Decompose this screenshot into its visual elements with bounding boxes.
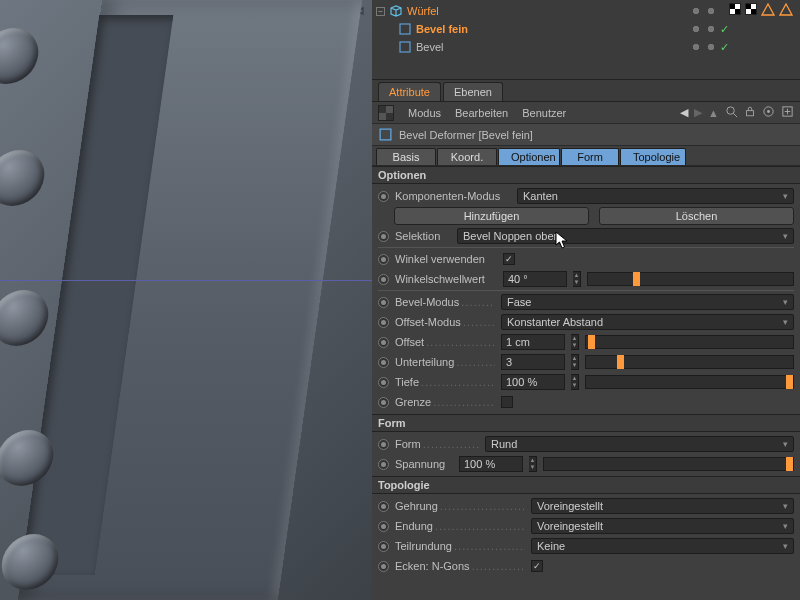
param-radio[interactable]: [378, 459, 389, 470]
select-form[interactable]: Rund: [485, 436, 794, 452]
deformer-icon: [398, 40, 412, 54]
param-radio[interactable]: [378, 521, 389, 532]
target-icon[interactable]: [762, 105, 775, 120]
visibility-dot-icon[interactable]: [690, 41, 702, 53]
nav-up-icon[interactable]: ▲: [708, 107, 719, 119]
label-grenze: Grenze: [395, 396, 495, 408]
button-hinzufuegen[interactable]: Hinzufügen: [394, 207, 589, 225]
enabled-check-icon[interactable]: ✓: [720, 41, 729, 54]
spinner[interactable]: ▲▼: [571, 354, 579, 370]
spinner[interactable]: ▲▼: [529, 456, 537, 472]
spinner[interactable]: ▲▼: [573, 271, 581, 287]
search-icon[interactable]: [725, 105, 738, 120]
spinner[interactable]: ▲▼: [571, 374, 579, 390]
nav-back-icon[interactable]: ◀: [680, 106, 688, 119]
input-tiefe[interactable]: 100 %: [501, 374, 565, 390]
param-radio[interactable]: [378, 561, 389, 572]
input-spannung[interactable]: 100 %: [459, 456, 523, 472]
subtab-topologie[interactable]: Topologie: [620, 148, 686, 165]
param-radio[interactable]: [378, 191, 389, 202]
menu-benutzer[interactable]: Benutzer: [522, 107, 566, 119]
param-radio[interactable]: [378, 231, 389, 242]
subtab-koord[interactable]: Koord.: [437, 148, 497, 165]
slider-tiefe[interactable]: [585, 375, 794, 389]
spinner[interactable]: ▲▼: [571, 334, 579, 350]
new-instance-icon[interactable]: [781, 105, 794, 120]
slider-spannung[interactable]: [543, 457, 794, 471]
label-winkel-verwenden: Winkel verwenden: [395, 253, 497, 265]
field-selektion[interactable]: Bevel Noppen oben: [457, 228, 794, 244]
attribute-subtabs: Basis Koord. Optionen Form Topologie: [372, 146, 800, 166]
label-unterteilung: Unterteilung: [395, 356, 495, 368]
svg-point-5: [727, 107, 734, 114]
checkbox-winkel-verwenden[interactable]: [503, 253, 515, 265]
param-radio[interactable]: [378, 377, 389, 388]
visibility-dot-icon[interactable]: [690, 23, 702, 35]
param-radio[interactable]: [378, 337, 389, 348]
tag-swatch-icon[interactable]: [378, 105, 394, 121]
warning-triangle-icon[interactable]: [761, 3, 775, 17]
select-gehrung[interactable]: Voreingestellt: [531, 498, 794, 514]
select-bevel-modus[interactable]: Fase: [501, 294, 794, 310]
input-winkelschwellwert[interactable]: 40 °: [503, 271, 567, 287]
section-header-topologie: Topologie: [372, 476, 800, 494]
param-radio[interactable]: [378, 501, 389, 512]
tab-attribute[interactable]: Attribute: [378, 82, 441, 101]
label-gehrung: Gehrung: [395, 500, 525, 512]
svg-rect-6: [747, 111, 754, 116]
section-header-form: Form: [372, 414, 800, 432]
attribute-menu-bar: Modus Bearbeiten Benutzer ◀ ▶ ▲: [372, 102, 800, 124]
input-offset[interactable]: 1 cm: [501, 334, 565, 350]
menu-bearbeiten[interactable]: Bearbeiten: [455, 107, 508, 119]
tab-ebenen[interactable]: Ebenen: [443, 82, 503, 101]
svg-rect-3: [400, 24, 410, 34]
slider-offset[interactable]: [585, 335, 794, 349]
param-radio[interactable]: [378, 274, 389, 285]
subtab-form[interactable]: Form: [561, 148, 619, 165]
lock-icon[interactable]: [744, 105, 756, 120]
select-offset-modus[interactable]: Konstanter Abstand: [501, 314, 794, 330]
label-offset: Offset: [395, 336, 495, 348]
visibility-dot-icon[interactable]: [690, 5, 702, 17]
enabled-check-icon[interactable]: ✓: [720, 23, 729, 36]
outliner-item-child[interactable]: Bevel fein: [376, 20, 686, 38]
param-radio[interactable]: [378, 541, 389, 552]
label-komponenten-modus: Komponenten-Modus: [395, 190, 511, 202]
subtab-basis[interactable]: Basis: [376, 148, 436, 165]
label-bevel-modus: Bevel-Modus: [395, 296, 495, 308]
checker-icon[interactable]: [745, 3, 757, 15]
param-radio[interactable]: [378, 297, 389, 308]
checkbox-ecken-ngons[interactable]: [531, 560, 543, 572]
slider-unterteilung[interactable]: [585, 355, 794, 369]
object-manager[interactable]: − Würfel Bevel fein Bevel ✓ ✓: [372, 0, 800, 80]
param-radio[interactable]: [378, 357, 389, 368]
label-spannung: Spannung: [395, 458, 453, 470]
object-title: Bevel Deformer [Bevel fein]: [399, 129, 533, 141]
checkbox-grenze[interactable]: [501, 396, 513, 408]
param-radio[interactable]: [378, 317, 389, 328]
slider-winkelschwellwert[interactable]: [587, 272, 794, 286]
select-teilrundung[interactable]: Keine: [531, 538, 794, 554]
button-loeschen[interactable]: Löschen: [599, 207, 794, 225]
visibility-dot-icon[interactable]: [705, 41, 717, 53]
input-unterteilung[interactable]: 3: [501, 354, 565, 370]
layer-swatch-icon[interactable]: [729, 3, 741, 15]
param-radio[interactable]: [378, 254, 389, 265]
nav-fwd-icon[interactable]: ▶: [694, 106, 702, 119]
menu-modus[interactable]: Modus: [408, 107, 441, 119]
param-radio[interactable]: [378, 397, 389, 408]
select-endung[interactable]: Voreingestellt: [531, 518, 794, 534]
param-radio[interactable]: [378, 439, 389, 450]
warning-triangle2-icon[interactable]: [779, 3, 793, 17]
outliner-item-root[interactable]: − Würfel: [376, 2, 686, 20]
outliner-label: Würfel: [407, 5, 439, 17]
cube-icon: [389, 4, 403, 18]
deformer-icon: [378, 127, 393, 142]
select-komponenten-modus[interactable]: Kanten: [517, 188, 794, 204]
subtab-optionen[interactable]: Optionen: [498, 148, 560, 165]
visibility-dot-icon[interactable]: [705, 23, 717, 35]
viewport-3d[interactable]: [0, 0, 372, 600]
collapse-toggle-icon[interactable]: −: [376, 7, 385, 16]
visibility-dot-icon[interactable]: [705, 5, 717, 17]
outliner-item-child[interactable]: Bevel: [376, 38, 686, 56]
